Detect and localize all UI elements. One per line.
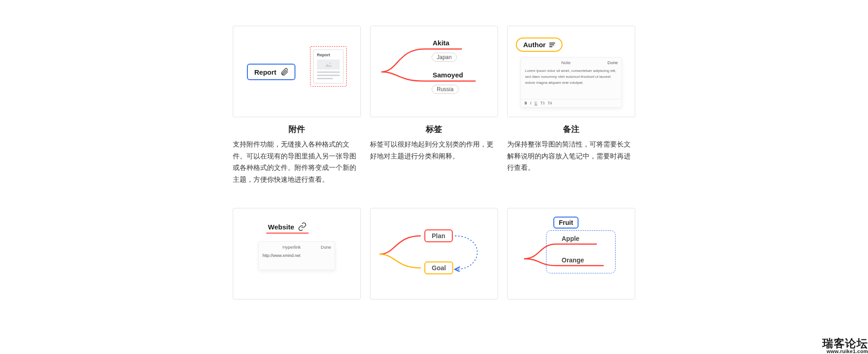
underline-icon: U bbox=[535, 101, 537, 105]
hyperlink-panel: Hyperlink Done http://www.xmind.net bbox=[258, 241, 335, 270]
feature-card: Fruit Apple Orange bbox=[507, 208, 635, 300]
watermark-title: 瑞客论坛 bbox=[822, 338, 868, 349]
feature-card: Website Hyperlink Done http://www.xmind.… bbox=[233, 208, 361, 300]
node-plan: Plan bbox=[424, 229, 453, 242]
image-icon bbox=[324, 61, 332, 68]
paperclip-icon bbox=[280, 67, 289, 76]
svg-point-2 bbox=[330, 63, 331, 64]
link-icon bbox=[298, 222, 307, 231]
branch-label: Orange bbox=[562, 256, 584, 264]
relationship-graphic bbox=[370, 208, 498, 300]
feature-desc: 标签可以很好地起到分文别类的作用，更好地对主题进行分类和阐释。 bbox=[370, 138, 498, 162]
panel-done: Done bbox=[607, 60, 618, 65]
node-goal: Goal bbox=[424, 261, 453, 274]
document-thumbnail bbox=[317, 60, 340, 70]
feature-title: 备注 bbox=[563, 124, 579, 135]
note-panel: Note Done Lorem ipsum dolor sit amet, co… bbox=[520, 57, 622, 108]
format-icon: T4 bbox=[548, 101, 552, 105]
italic-icon: I bbox=[530, 101, 531, 105]
panel-toolbar: B I U T3 T4 bbox=[521, 99, 622, 107]
feature-title: 标签 bbox=[426, 124, 442, 135]
branch-label: Samoyed bbox=[433, 71, 463, 79]
feature-desc: 支持附件功能，无缝接入各种格式的文件。可以在现有的导图里插入另一张导图或各种格式… bbox=[233, 138, 361, 185]
feature-label: Akita Japan Samoyed Russia 标签 标签可以很好地起到分… bbox=[370, 26, 498, 185]
feature-desc: 为保持整张导图的简洁性，可将需要长文解释说明的内容放入笔记中，需要时再进行查看。 bbox=[507, 138, 635, 174]
feature-title: 附件 bbox=[289, 124, 305, 135]
panel-body: Lorem ipsum dolor sit amet, consectetuer… bbox=[521, 67, 622, 99]
feature-relationship: Plan Goal bbox=[370, 208, 498, 300]
feature-card: Akita Japan Samoyed Russia bbox=[370, 26, 498, 117]
feature-card: Plan Goal bbox=[370, 208, 498, 300]
chip-label: Website bbox=[268, 223, 294, 231]
mindmap-node: Report bbox=[247, 64, 295, 80]
website-chip: Website bbox=[268, 222, 307, 231]
feature-note: Author Note Done Lorem ipsum dolor sit a… bbox=[507, 26, 635, 185]
document-lines bbox=[317, 71, 340, 79]
svg-marker-1 bbox=[325, 64, 332, 67]
tag: Russia bbox=[432, 85, 459, 94]
feature-attachment: Report Report bbox=[233, 26, 361, 185]
watermark: 瑞客论坛 www.ruike1.com bbox=[822, 338, 868, 354]
feature-card: Author Note Done Lorem ipsum dolor sit a… bbox=[507, 26, 635, 117]
branch-label: Apple bbox=[562, 235, 579, 242]
panel-done: Done bbox=[321, 245, 331, 250]
tag: Japan bbox=[432, 53, 457, 62]
panel-title: Hyperlink bbox=[263, 245, 321, 250]
chip-label: Author bbox=[523, 41, 546, 49]
branch-label: Akita bbox=[433, 39, 450, 47]
feature-hyperlink: Website Hyperlink Done http://www.xmind.… bbox=[233, 208, 361, 300]
note-chip: Author bbox=[516, 38, 563, 52]
url-text: http://www.xmind.net bbox=[263, 253, 331, 258]
format-icon: T3 bbox=[541, 101, 545, 105]
document-title: Report bbox=[317, 53, 340, 57]
panel-title: Note bbox=[525, 60, 607, 65]
feature-boundary: Fruit Apple Orange bbox=[507, 208, 635, 300]
attachment-selection: Report bbox=[310, 46, 347, 87]
node-label: Report bbox=[254, 68, 276, 76]
boundary-root: Fruit bbox=[553, 217, 579, 229]
document-preview: Report bbox=[313, 49, 343, 83]
note-icon bbox=[549, 43, 555, 47]
watermark-url: www.ruike1.com bbox=[822, 349, 868, 354]
bold-icon: B bbox=[525, 101, 527, 105]
boundary-box bbox=[546, 230, 616, 273]
feature-card: Report Report bbox=[233, 26, 361, 117]
